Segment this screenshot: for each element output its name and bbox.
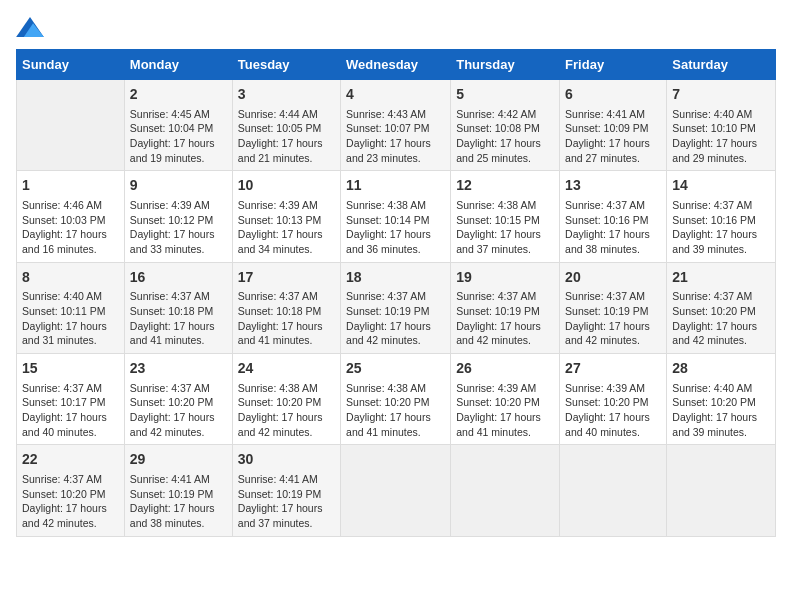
day-number: 29: [130, 450, 227, 470]
calendar-cell: 9Sunrise: 4:39 AMSunset: 10:12 PMDayligh…: [124, 171, 232, 262]
day-number: 28: [672, 359, 770, 379]
day-number: 30: [238, 450, 335, 470]
calendar-cell: 26Sunrise: 4:39 AMSunset: 10:20 PMDaylig…: [451, 354, 560, 445]
day-number: 3: [238, 85, 335, 105]
weekday-header: Wednesday: [341, 50, 451, 80]
calendar-cell: 27Sunrise: 4:39 AMSunset: 10:20 PMDaylig…: [560, 354, 667, 445]
logo-icon: [16, 17, 44, 37]
calendar-cell: [341, 445, 451, 536]
calendar-row: 1Sunrise: 4:46 AMSunset: 10:03 PMDayligh…: [17, 171, 776, 262]
calendar-cell: [451, 445, 560, 536]
calendar-row: 15Sunrise: 4:37 AMSunset: 10:17 PMDaylig…: [17, 354, 776, 445]
weekday-row: SundayMondayTuesdayWednesdayThursdayFrid…: [17, 50, 776, 80]
calendar-cell: 18Sunrise: 4:37 AMSunset: 10:19 PMDaylig…: [341, 262, 451, 353]
calendar-row: 22Sunrise: 4:37 AMSunset: 10:20 PMDaylig…: [17, 445, 776, 536]
calendar-header: SundayMondayTuesdayWednesdayThursdayFrid…: [17, 50, 776, 80]
calendar-cell: 19Sunrise: 4:37 AMSunset: 10:19 PMDaylig…: [451, 262, 560, 353]
day-info: Sunrise: 4:40 AMSunset: 10:10 PMDaylight…: [672, 107, 770, 166]
day-number: 24: [238, 359, 335, 379]
calendar-cell: 23Sunrise: 4:37 AMSunset: 10:20 PMDaylig…: [124, 354, 232, 445]
day-info: Sunrise: 4:42 AMSunset: 10:08 PMDaylight…: [456, 107, 554, 166]
day-info: Sunrise: 4:41 AMSunset: 10:19 PMDaylight…: [130, 472, 227, 531]
day-number: 12: [456, 176, 554, 196]
day-info: Sunrise: 4:39 AMSunset: 10:12 PMDaylight…: [130, 198, 227, 257]
day-number: 9: [130, 176, 227, 196]
day-number: 21: [672, 268, 770, 288]
calendar-cell: 5Sunrise: 4:42 AMSunset: 10:08 PMDayligh…: [451, 80, 560, 171]
day-number: 22: [22, 450, 119, 470]
day-number: 27: [565, 359, 661, 379]
weekday-header: Tuesday: [232, 50, 340, 80]
calendar-cell: 20Sunrise: 4:37 AMSunset: 10:19 PMDaylig…: [560, 262, 667, 353]
day-number: 11: [346, 176, 445, 196]
day-info: Sunrise: 4:38 AMSunset: 10:15 PMDaylight…: [456, 198, 554, 257]
day-info: Sunrise: 4:40 AMSunset: 10:20 PMDaylight…: [672, 381, 770, 440]
day-info: Sunrise: 4:37 AMSunset: 10:18 PMDaylight…: [130, 289, 227, 348]
day-info: Sunrise: 4:37 AMSunset: 10:16 PMDaylight…: [565, 198, 661, 257]
weekday-header: Friday: [560, 50, 667, 80]
calendar-cell: 15Sunrise: 4:37 AMSunset: 10:17 PMDaylig…: [17, 354, 125, 445]
weekday-header: Sunday: [17, 50, 125, 80]
day-info: Sunrise: 4:37 AMSunset: 10:20 PMDaylight…: [22, 472, 119, 531]
day-info: Sunrise: 4:38 AMSunset: 10:20 PMDaylight…: [346, 381, 445, 440]
day-info: Sunrise: 4:44 AMSunset: 10:05 PMDaylight…: [238, 107, 335, 166]
calendar-cell: 11Sunrise: 4:38 AMSunset: 10:14 PMDaylig…: [341, 171, 451, 262]
day-info: Sunrise: 4:37 AMSunset: 10:16 PMDaylight…: [672, 198, 770, 257]
day-info: Sunrise: 4:41 AMSunset: 10:19 PMDaylight…: [238, 472, 335, 531]
day-info: Sunrise: 4:39 AMSunset: 10:20 PMDaylight…: [565, 381, 661, 440]
weekday-header: Monday: [124, 50, 232, 80]
day-number: 5: [456, 85, 554, 105]
calendar-cell: [560, 445, 667, 536]
calendar-cell: 4Sunrise: 4:43 AMSunset: 10:07 PMDayligh…: [341, 80, 451, 171]
calendar-cell: 14Sunrise: 4:37 AMSunset: 10:16 PMDaylig…: [667, 171, 776, 262]
day-info: Sunrise: 4:37 AMSunset: 10:20 PMDaylight…: [672, 289, 770, 348]
day-info: Sunrise: 4:37 AMSunset: 10:19 PMDaylight…: [565, 289, 661, 348]
day-number: 6: [565, 85, 661, 105]
calendar-cell: 29Sunrise: 4:41 AMSunset: 10:19 PMDaylig…: [124, 445, 232, 536]
calendar-cell: 28Sunrise: 4:40 AMSunset: 10:20 PMDaylig…: [667, 354, 776, 445]
day-info: Sunrise: 4:38 AMSunset: 10:20 PMDaylight…: [238, 381, 335, 440]
day-number: 13: [565, 176, 661, 196]
day-number: 1: [22, 176, 119, 196]
day-number: 10: [238, 176, 335, 196]
day-info: Sunrise: 4:37 AMSunset: 10:19 PMDaylight…: [346, 289, 445, 348]
calendar-cell: 21Sunrise: 4:37 AMSunset: 10:20 PMDaylig…: [667, 262, 776, 353]
day-info: Sunrise: 4:43 AMSunset: 10:07 PMDaylight…: [346, 107, 445, 166]
day-info: Sunrise: 4:37 AMSunset: 10:19 PMDaylight…: [456, 289, 554, 348]
day-number: 26: [456, 359, 554, 379]
day-info: Sunrise: 4:40 AMSunset: 10:11 PMDaylight…: [22, 289, 119, 348]
day-number: 14: [672, 176, 770, 196]
calendar-cell: 7Sunrise: 4:40 AMSunset: 10:10 PMDayligh…: [667, 80, 776, 171]
day-number: 4: [346, 85, 445, 105]
calendar-cell: [17, 80, 125, 171]
day-info: Sunrise: 4:37 AMSunset: 10:18 PMDaylight…: [238, 289, 335, 348]
day-info: Sunrise: 4:45 AMSunset: 10:04 PMDaylight…: [130, 107, 227, 166]
day-info: Sunrise: 4:37 AMSunset: 10:17 PMDaylight…: [22, 381, 119, 440]
calendar-cell: 8Sunrise: 4:40 AMSunset: 10:11 PMDayligh…: [17, 262, 125, 353]
calendar-row: 8Sunrise: 4:40 AMSunset: 10:11 PMDayligh…: [17, 262, 776, 353]
calendar-cell: 2Sunrise: 4:45 AMSunset: 10:04 PMDayligh…: [124, 80, 232, 171]
day-info: Sunrise: 4:39 AMSunset: 10:13 PMDaylight…: [238, 198, 335, 257]
day-number: 18: [346, 268, 445, 288]
day-number: 23: [130, 359, 227, 379]
weekday-header: Thursday: [451, 50, 560, 80]
calendar-cell: 10Sunrise: 4:39 AMSunset: 10:13 PMDaylig…: [232, 171, 340, 262]
calendar-cell: 3Sunrise: 4:44 AMSunset: 10:05 PMDayligh…: [232, 80, 340, 171]
calendar-table: SundayMondayTuesdayWednesdayThursdayFrid…: [16, 49, 776, 537]
calendar-cell: 13Sunrise: 4:37 AMSunset: 10:16 PMDaylig…: [560, 171, 667, 262]
day-number: 17: [238, 268, 335, 288]
calendar-cell: 17Sunrise: 4:37 AMSunset: 10:18 PMDaylig…: [232, 262, 340, 353]
calendar-cell: 1Sunrise: 4:46 AMSunset: 10:03 PMDayligh…: [17, 171, 125, 262]
calendar-cell: 25Sunrise: 4:38 AMSunset: 10:20 PMDaylig…: [341, 354, 451, 445]
calendar-cell: 24Sunrise: 4:38 AMSunset: 10:20 PMDaylig…: [232, 354, 340, 445]
day-number: 20: [565, 268, 661, 288]
day-number: 16: [130, 268, 227, 288]
calendar-cell: 6Sunrise: 4:41 AMSunset: 10:09 PMDayligh…: [560, 80, 667, 171]
day-info: Sunrise: 4:37 AMSunset: 10:20 PMDaylight…: [130, 381, 227, 440]
weekday-header: Saturday: [667, 50, 776, 80]
calendar-cell: 30Sunrise: 4:41 AMSunset: 10:19 PMDaylig…: [232, 445, 340, 536]
day-info: Sunrise: 4:38 AMSunset: 10:14 PMDaylight…: [346, 198, 445, 257]
calendar-cell: 16Sunrise: 4:37 AMSunset: 10:18 PMDaylig…: [124, 262, 232, 353]
day-number: 25: [346, 359, 445, 379]
day-number: 8: [22, 268, 119, 288]
